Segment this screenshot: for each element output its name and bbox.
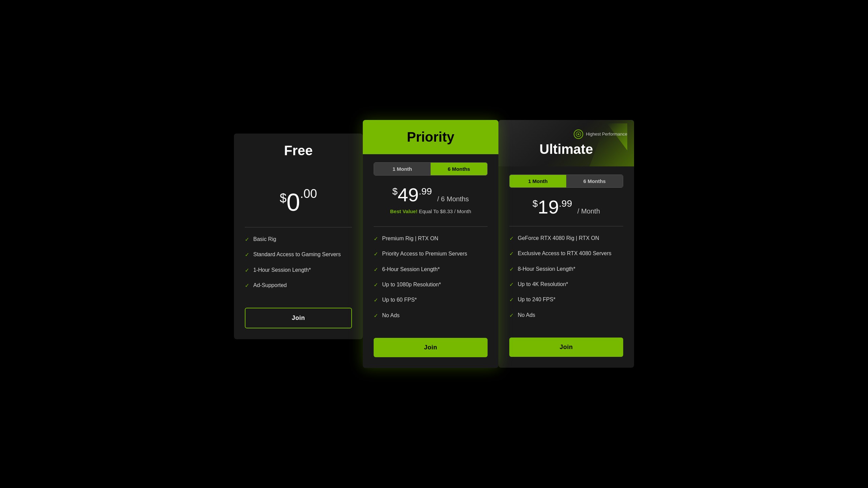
check-icon: ✓ bbox=[509, 266, 514, 273]
priority-divider bbox=[374, 226, 488, 227]
priority-price-section: $49.99 / 6 Months bbox=[374, 184, 488, 206]
list-item: ✓ Up to 240 FPS* bbox=[509, 296, 623, 304]
ultimate-divider bbox=[509, 226, 623, 226]
feature-text: Priority Access to Premium Servers bbox=[382, 250, 467, 258]
list-item: ✓ No Ads bbox=[374, 312, 488, 320]
priority-card-header: Priority bbox=[363, 120, 498, 154]
ultimate-currency: $ bbox=[532, 198, 538, 209]
check-icon: ✓ bbox=[509, 281, 514, 288]
ultimate-price-period: / Month bbox=[577, 207, 600, 215]
feature-text: Ad-Supported bbox=[253, 282, 287, 289]
priority-price-display: $49.99 / 6 Months bbox=[392, 184, 469, 205]
free-card-body: $0.00 ✓ Basic Rig ✓ Standard Access to G… bbox=[234, 168, 363, 340]
highest-performance-label: Highest Performance bbox=[586, 131, 627, 137]
free-features-list: ✓ Basic Rig ✓ Standard Access to Gaming … bbox=[245, 236, 352, 297]
check-icon: ✓ bbox=[374, 312, 378, 320]
free-divider bbox=[245, 227, 352, 227]
check-icon: ✓ bbox=[245, 267, 249, 274]
feature-text: No Ads bbox=[518, 311, 535, 319]
ultimate-card-title: Ultimate bbox=[505, 142, 627, 157]
feature-text: 6-Hour Session Length* bbox=[382, 266, 440, 273]
priority-price-period: / 6 Months bbox=[437, 195, 469, 203]
priority-tab-6months[interactable]: 6 Months bbox=[431, 163, 487, 175]
list-item: ✓ Ad-Supported bbox=[245, 282, 352, 289]
priority-card: Priority 1 Month 6 Months $49.99 / 6 Mon… bbox=[363, 120, 498, 368]
free-currency-symbol: $ bbox=[280, 191, 287, 205]
ultimate-card-body: 1 Month 6 Months $19.99 / Month ✓ GeForc… bbox=[498, 166, 634, 368]
ultimate-price-display: $19.99 / Month bbox=[532, 196, 600, 218]
best-value-label: Best Value! bbox=[390, 208, 417, 214]
list-item: ✓ 1-Hour Session Length* bbox=[245, 266, 352, 274]
feature-text: Up to 240 FPS* bbox=[518, 296, 555, 303]
highest-performance-badge: Highest Performance bbox=[505, 129, 627, 139]
ultimate-card-header: Highest Performance Ultimate bbox=[498, 120, 634, 166]
check-icon: ✓ bbox=[509, 250, 514, 258]
check-icon: ✓ bbox=[245, 282, 249, 289]
free-card: Free $0.00 ✓ Basic Rig ✓ Standard Access… bbox=[234, 134, 363, 340]
ultimate-title-wrapper: Ultimate bbox=[505, 142, 627, 157]
ultimate-card: Highest Performance Ultimate 1 Month 6 M… bbox=[498, 120, 634, 368]
list-item: ✓ Standard Access to Gaming Servers bbox=[245, 251, 352, 259]
list-item: ✓ Exclusive Access to RTX 4080 Servers bbox=[509, 250, 623, 258]
check-icon: ✓ bbox=[509, 312, 514, 319]
feature-text: Basic Rig bbox=[253, 236, 276, 243]
priority-currency: $ bbox=[392, 186, 398, 197]
feature-text: Premium Rig | RTX ON bbox=[382, 235, 438, 242]
check-icon: ✓ bbox=[374, 250, 378, 258]
check-icon: ✓ bbox=[374, 281, 378, 289]
feature-text: Exclusive Access to RTX 4080 Servers bbox=[518, 250, 611, 257]
list-item: ✓ 6-Hour Session Length* bbox=[374, 266, 488, 273]
feature-text: Standard Access to Gaming Servers bbox=[253, 251, 341, 258]
feature-text: 1-Hour Session Length* bbox=[253, 266, 311, 274]
priority-best-value: Best Value! Equal To $8.33 / Month bbox=[374, 208, 488, 214]
check-icon: ✓ bbox=[374, 297, 378, 304]
priority-card-body: 1 Month 6 Months $49.99 / 6 Months Best … bbox=[363, 154, 498, 368]
list-item: ✓ Up to 4K Resolution* bbox=[509, 281, 623, 288]
free-card-title: Free bbox=[241, 143, 356, 158]
free-join-button[interactable]: Join bbox=[245, 308, 352, 328]
check-icon: ✓ bbox=[245, 251, 249, 259]
feature-text: No Ads bbox=[382, 312, 400, 319]
priority-features-list: ✓ Premium Rig | RTX ON ✓ Priority Access… bbox=[374, 235, 488, 327]
feature-text: Up to 4K Resolution* bbox=[518, 281, 568, 288]
check-icon: ✓ bbox=[245, 236, 249, 243]
ultimate-price-section: $19.99 / Month bbox=[509, 196, 623, 218]
check-icon: ✓ bbox=[509, 296, 514, 304]
ultimate-tab-6months[interactable]: 6 Months bbox=[566, 175, 623, 187]
free-price-section: $0.00 bbox=[245, 176, 352, 222]
check-icon: ✓ bbox=[509, 235, 514, 242]
ultimate-features-list: ✓ GeForce RTX 4080 Rig | RTX ON ✓ Exclus… bbox=[509, 235, 623, 327]
ultimate-join-button[interactable]: Join bbox=[509, 338, 623, 357]
list-item: ✓ Premium Rig | RTX ON bbox=[374, 235, 488, 243]
list-item: ✓ No Ads bbox=[509, 311, 623, 319]
pricing-container: Free $0.00 ✓ Basic Rig ✓ Standard Access… bbox=[227, 106, 641, 382]
list-item: ✓ Basic Rig bbox=[245, 236, 352, 243]
badge-icon bbox=[574, 129, 583, 139]
priority-cents: .99 bbox=[419, 186, 432, 197]
list-item: ✓ GeForce RTX 4080 Rig | RTX ON bbox=[509, 235, 623, 242]
list-item: ✓ 8-Hour Session Length* bbox=[509, 265, 623, 273]
list-item: ✓ Priority Access to Premium Servers bbox=[374, 250, 488, 258]
check-icon: ✓ bbox=[374, 266, 378, 273]
free-card-header: Free bbox=[234, 134, 363, 168]
free-cents: .00 bbox=[300, 191, 317, 205]
list-item: ✓ Up to 1080p Resolution* bbox=[374, 281, 488, 289]
svg-point-1 bbox=[578, 134, 579, 135]
priority-tab-toggle: 1 Month 6 Months bbox=[374, 162, 488, 176]
feature-text: 8-Hour Session Length* bbox=[518, 265, 575, 273]
ultimate-tab-1month[interactable]: 1 Month bbox=[510, 175, 566, 187]
check-icon: ✓ bbox=[374, 235, 378, 243]
ultimate-tab-toggle: 1 Month 6 Months bbox=[509, 175, 623, 188]
priority-join-button[interactable]: Join bbox=[374, 338, 488, 357]
feature-text: Up to 60 FPS* bbox=[382, 296, 417, 304]
best-value-detail: Equal To $8.33 / Month bbox=[419, 208, 471, 214]
feature-text: Up to 1080p Resolution* bbox=[382, 281, 441, 288]
list-item: ✓ Up to 60 FPS* bbox=[374, 296, 488, 304]
priority-card-title: Priority bbox=[370, 129, 492, 145]
feature-text: GeForce RTX 4080 Rig | RTX ON bbox=[518, 235, 599, 242]
ultimate-cents: .99 bbox=[559, 198, 572, 209]
priority-tab-1month[interactable]: 1 Month bbox=[374, 163, 431, 175]
free-price-display: $0.00 bbox=[280, 189, 317, 216]
